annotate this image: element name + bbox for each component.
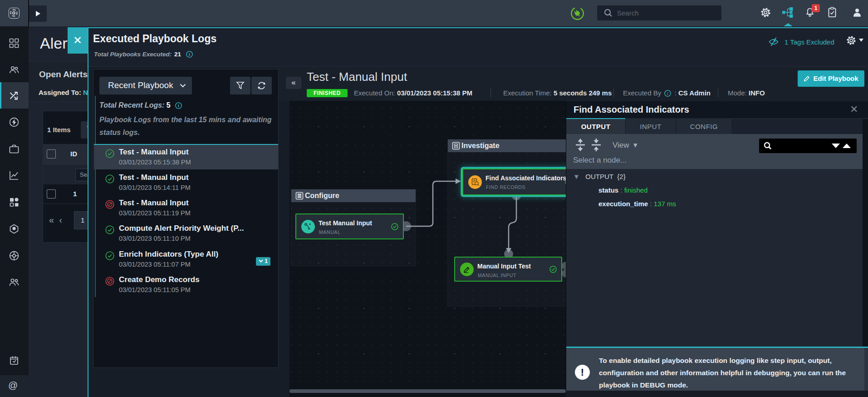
svg-text:i: i (667, 91, 669, 96)
svg-text:i: i (178, 103, 179, 108)
svg-text:i: i (189, 52, 190, 57)
